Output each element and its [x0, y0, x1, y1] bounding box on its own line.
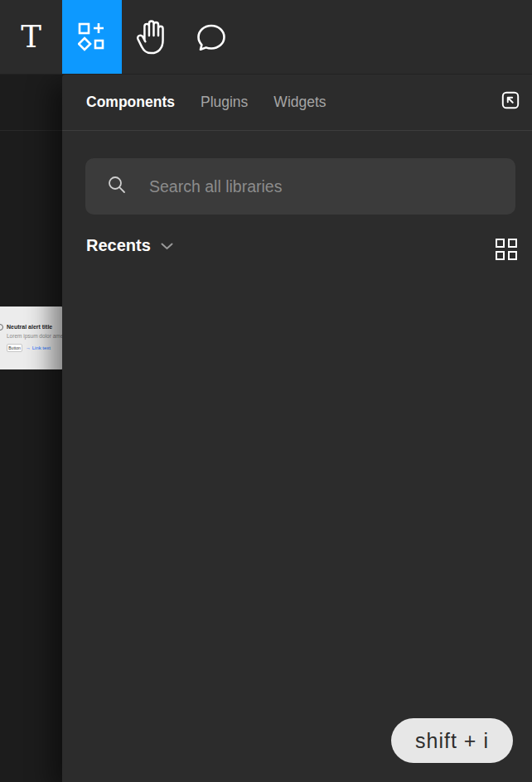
- components-icon: [78, 22, 106, 52]
- search-icon: [107, 175, 127, 198]
- canvas[interactable]: Neutral alert title Lorem ipsum dolor am…: [0, 75, 62, 782]
- text-tool-icon: T: [21, 22, 41, 52]
- search-bar: [85, 158, 515, 215]
- recents-label: Recents: [86, 236, 151, 255]
- comment-icon: [195, 21, 228, 54]
- canvas-frame-edge: [0, 130, 62, 131]
- alert-body: Lorem ipsum dolor amet conse: [7, 333, 63, 339]
- hand-tool-button[interactable]: [122, 0, 181, 74]
- tab-plugins[interactable]: Plugins: [201, 94, 248, 111]
- resources-panel: Components Plugins Widgets: [62, 75, 532, 782]
- alert-title: Neutral alert title: [7, 324, 52, 330]
- toolbar: T: [0, 0, 532, 75]
- open-in-window-icon: [500, 89, 521, 114]
- comment-tool-button[interactable]: [181, 0, 241, 74]
- grid-view-toggle[interactable]: [496, 239, 519, 262]
- components-tool-button[interactable]: [62, 0, 122, 74]
- figma-window: T: [0, 0, 532, 782]
- chevron-down-icon: [161, 239, 173, 253]
- info-icon: [0, 324, 3, 331]
- panel-tabs: Components Plugins Widgets: [62, 75, 532, 131]
- tab-components[interactable]: Components: [86, 94, 175, 111]
- recents-row: Recents: [62, 236, 532, 269]
- tab-widgets[interactable]: Widgets: [273, 94, 326, 111]
- alert-button: Button: [7, 344, 22, 352]
- alert-link: → Link text: [26, 345, 51, 350]
- text-tool-button[interactable]: T: [0, 0, 62, 74]
- hand-icon: [134, 18, 169, 56]
- detach-panel-button[interactable]: [500, 91, 521, 113]
- recents-dropdown[interactable]: Recents: [86, 236, 173, 255]
- alert-card[interactable]: Neutral alert title Lorem ipsum dolor am…: [0, 307, 63, 369]
- grid-icon: [496, 239, 519, 260]
- search-input[interactable]: [149, 177, 501, 196]
- shortcut-badge: shift + i: [391, 718, 513, 763]
